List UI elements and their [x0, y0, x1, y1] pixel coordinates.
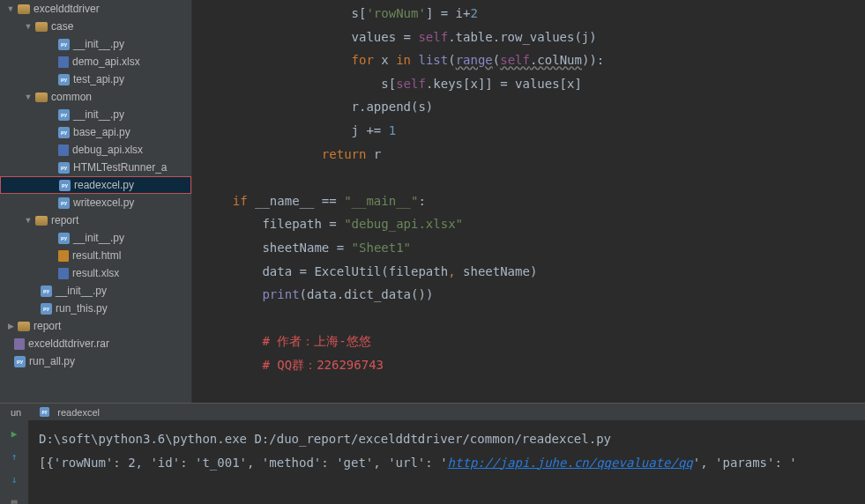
tree-label: case	[51, 20, 73, 33]
code-editor[interactable]: s['rowNum'] = i+2 values = self.table.ro…	[192, 0, 865, 403]
tree-file[interactable]: HTMLTestRunner_a	[0, 159, 191, 176]
tree-label: run_all.py	[29, 355, 75, 367]
tree-label: debug_api.xlsx	[72, 144, 143, 156]
tree-file[interactable]: __init__.py	[0, 106, 191, 123]
python-file-icon	[40, 407, 49, 417]
tree-label: result.html	[72, 249, 121, 262]
tree-label: __init__.py	[73, 232, 124, 244]
tree-file[interactable]: writeexcel.py	[0, 194, 191, 211]
code-line: if __name__ == "__main__":	[203, 189, 865, 213]
python-file-icon	[58, 39, 70, 50]
chevron-right-icon[interactable]: ▶	[5, 321, 16, 331]
url-link[interactable]: http://japi.juhe.cn/qqevaluate/qq	[448, 456, 693, 470]
code-line: s['rowNum'] = i+2	[203, 2, 865, 26]
console-tabs: un readexcel	[0, 404, 865, 420]
python-file-icon	[58, 74, 70, 85]
html-file-icon	[58, 250, 69, 262]
tree-label: run_this.py	[56, 302, 108, 315]
console-panel: un readexcel ▶ ↑ ↓ ▤ D:\soft\python3.6\p…	[0, 403, 865, 504]
code-line	[203, 307, 865, 330]
code-line: s[self.keys[x]] = values[x]	[203, 72, 865, 96]
tree-file[interactable]: demo_api.xlsx	[0, 53, 191, 70]
tree-folder-common[interactable]: ▼ common	[0, 88, 191, 106]
chevron-down-icon[interactable]: ▼	[23, 92, 34, 102]
run-button[interactable]: ▶	[6, 426, 22, 441]
python-file-icon	[58, 162, 70, 174]
tree-file[interactable]: excelddtdriver.rar	[0, 335, 191, 352]
tree-label: test_api.py	[73, 73, 124, 85]
python-file-icon	[41, 303, 52, 315]
toolbar-extra-icon[interactable]: ▤	[6, 494, 22, 504]
python-file-icon	[59, 180, 71, 191]
chevron-down-icon[interactable]: ▼	[23, 215, 34, 226]
tab-label: readexcel	[57, 407, 100, 418]
tree-label: report	[51, 214, 78, 226]
tree-file[interactable]: __init__.py	[0, 229, 191, 247]
console-output[interactable]: D:\soft\python3.6\python.exe D:/duo_repo…	[28, 420, 865, 504]
up-arrow-icon[interactable]: ↑	[6, 448, 22, 464]
xlsx-file-icon	[58, 268, 69, 279]
tree-label: readexcel.py	[74, 179, 134, 191]
code-line: # QQ群：226296743	[203, 353, 865, 377]
code-line: j += 1	[203, 119, 865, 143]
tree-file[interactable]: result.html	[0, 247, 191, 264]
tree-folder-report[interactable]: ▼ report	[0, 211, 191, 229]
python-file-icon	[58, 197, 70, 209]
tree-file-selected[interactable]: readexcel.py	[0, 176, 191, 194]
folder-icon	[35, 216, 48, 226]
code-line: # 作者：上海-悠悠	[203, 330, 865, 353]
tree-label: excelddtdriver	[34, 3, 100, 15]
archive-file-icon	[14, 338, 25, 350]
code-line: r.append(s)	[203, 95, 865, 119]
tree-label: __init__.py	[73, 38, 124, 50]
chevron-down-icon[interactable]: ▼	[23, 21, 34, 32]
python-file-icon	[41, 285, 52, 297]
code-line: values = self.table.row_values(j)	[203, 26, 865, 49]
folder-icon	[18, 322, 30, 331]
tree-file[interactable]: test_api.py	[0, 70, 191, 88]
code-line: data = ExcelUtil(filepath, sheetName)	[203, 260, 865, 284]
project-tree[interactable]: ▼ excelddtdriver ▼ case __init__.py demo…	[0, 0, 192, 403]
chevron-down-icon[interactable]: ▼	[5, 4, 16, 14]
tree-folder-ext-report[interactable]: ▶ report	[0, 317, 191, 335]
console-toolbar: ▶ ↑ ↓ ▤	[0, 420, 28, 504]
folder-icon	[18, 4, 30, 14]
code-line: filepath = "debug_api.xlsx"	[203, 212, 865, 236]
tree-file[interactable]: run_this.py	[0, 300, 191, 317]
tree-file[interactable]: __init__.py	[0, 282, 191, 300]
console-line: [{'rowNum': 2, 'id': 't_001', 'method': …	[39, 451, 854, 475]
code-line: sheetName = "Sheet1"	[203, 236, 865, 260]
python-file-icon	[58, 127, 70, 138]
python-file-icon	[58, 233, 70, 244]
code-line	[203, 166, 865, 189]
console-line: D:\soft\python3.6\python.exe D:/duo_repo…	[39, 427, 854, 451]
tree-label: base_api.py	[73, 126, 130, 138]
code-line: print(data.dict_data())	[203, 283, 865, 307]
tree-label: __init__.py	[73, 108, 124, 121]
down-arrow-icon[interactable]: ↓	[6, 471, 22, 487]
xlsx-file-icon	[58, 56, 69, 68]
tree-label: excelddtdriver.rar	[28, 337, 109, 350]
code-line: for x in list(range(self.colNum)):	[203, 48, 865, 72]
tree-file[interactable]: run_all.py	[0, 352, 191, 370]
folder-icon	[35, 93, 48, 102]
tree-label: report	[34, 320, 61, 332]
tree-file[interactable]: __init__.py	[0, 35, 191, 53]
tree-root[interactable]: ▼ excelddtdriver	[0, 0, 191, 18]
python-file-icon	[14, 356, 26, 367]
python-file-icon	[58, 109, 70, 121]
tree-file[interactable]: result.xlsx	[0, 264, 191, 282]
code-line: return r	[203, 143, 865, 167]
tree-label: demo_api.xlsx	[72, 56, 140, 68]
tree-label: result.xlsx	[72, 267, 119, 279]
run-tab-prev[interactable]: un	[2, 404, 30, 420]
xlsx-file-icon	[58, 145, 69, 156]
tree-folder-case[interactable]: ▼ case	[0, 18, 191, 35]
tree-label: common	[51, 91, 92, 103]
tree-file[interactable]: debug_api.xlsx	[0, 141, 191, 159]
folder-icon	[35, 22, 48, 32]
run-tab-readexcel[interactable]: readexcel	[30, 404, 108, 420]
tab-label: un	[11, 407, 21, 418]
tree-label: writeexcel.py	[73, 196, 134, 209]
tree-file[interactable]: base_api.py	[0, 123, 191, 141]
